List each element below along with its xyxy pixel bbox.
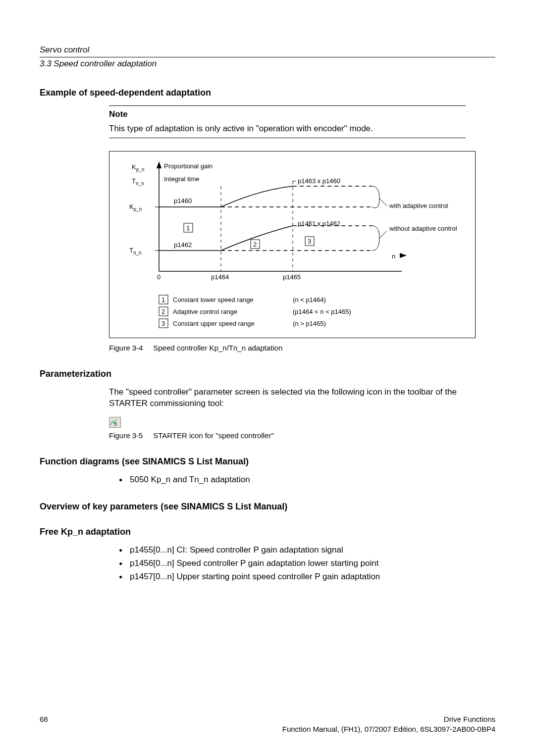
fig35-label: Figure 3-5 — [109, 431, 143, 440]
header-rule — [40, 57, 495, 57]
free-bullet-1: p1455[0...n] CI: Speed controller P gain… — [119, 545, 495, 556]
free-bullets: p1455[0...n] CI: Speed controller P gain… — [119, 545, 495, 583]
svg-text:n: n — [114, 422, 117, 427]
lbl-p1460: p1460 — [174, 197, 192, 204]
box-3-num: 3 — [308, 238, 311, 245]
lbl-without-adaptive: without adaptive control — [389, 225, 457, 232]
heading-example: Example of speed-dependent adaptation — [40, 87, 495, 99]
y-kpn-top: Kp_n — [132, 163, 144, 172]
lbl-p1461x1462: p1461 x p1462 — [298, 220, 340, 227]
header-title: Servo control — [40, 45, 495, 56]
x-zero: 0 — [157, 273, 160, 281]
y-kpn-tick: Kp_n — [129, 203, 142, 212]
x-p1465: p1465 — [283, 273, 301, 281]
note-rule-top — [109, 105, 466, 106]
y-axis-arrow — [157, 161, 161, 168]
note-rule-bottom — [109, 138, 466, 138]
legend2-label: Adaptive control range — [173, 308, 237, 315]
param-body: The "speed controller" parameter screen … — [109, 387, 466, 409]
figure-3-5-caption: Figure 3-5 STARTER icon for "speed contr… — [109, 431, 466, 441]
note-body: This type of adaptation is only active i… — [109, 123, 466, 135]
legend1-cond: (n < p1464) — [293, 296, 326, 303]
footer-right-1: Drive Functions — [282, 714, 495, 724]
lbl-p1463x1460: p1463 x p1460 — [298, 177, 340, 185]
x-p1464: p1464 — [211, 273, 229, 281]
legend1-label: Constant lower speed range — [173, 296, 254, 303]
axis-n-label: n — [392, 252, 395, 260]
func-bullet-1: 5050 Kp_n and Tn_n adaptation — [119, 474, 495, 486]
fig34-label: Figure 3-4 — [109, 344, 143, 352]
svg-line-16 — [379, 199, 387, 206]
legend3-label: Constant upper speed range — [173, 320, 255, 327]
page-number: 68 — [40, 714, 48, 724]
legend2-cond: (p1464 < n < p1465) — [293, 308, 351, 315]
fig34-text: Speed controller Kp_n/Tn_n adaptation — [153, 344, 282, 352]
heading-function-diagrams: Function diagrams (see SINAMICS S List M… — [40, 455, 495, 467]
footer: 68 Drive Functions Function Manual, (FH1… — [40, 714, 495, 735]
svg-text:3: 3 — [161, 320, 165, 327]
footer-right-2: Function Manual, (FH1), 07/2007 Edition,… — [282, 724, 495, 734]
box-2-num: 2 — [253, 241, 257, 248]
y-tnn-tick: Tn_n — [129, 247, 142, 255]
free-bullet-2: p1456[0...n] Speed controller P gain ada… — [119, 558, 495, 569]
y-kpn-desc: Proportional gain — [164, 162, 213, 170]
svg-line-17 — [379, 231, 387, 238]
y-tnn-desc: Integral time — [164, 175, 200, 183]
lbl-with-adaptive: with adaptive control — [389, 202, 448, 209]
heading-overview: Overview of key parameters (see SINAMICS… — [40, 501, 495, 512]
free-bullet-3: p1457[0...n] Upper starting point speed … — [119, 571, 495, 583]
note-block: Note This type of adaptation is only act… — [109, 105, 466, 138]
heading-parameterization: Parameterization — [40, 368, 495, 380]
legend3-cond: (n > p1465) — [293, 320, 326, 327]
note-title: Note — [109, 109, 466, 120]
header-section: 3.3 Speed controller adaptation — [40, 58, 495, 70]
starter-icon: n — [109, 417, 121, 428]
figure-3-4-caption: Figure 3-4 Speed controller Kp_n/Tn_n ad… — [109, 343, 476, 353]
svg-text:2: 2 — [161, 308, 165, 315]
func-bullets: 5050 Kp_n and Tn_n adaptation — [119, 474, 495, 486]
y-tnn-top: Tn_n — [132, 177, 144, 186]
figure-3-4: n Kp_n Proportional gain Tn_n Integral t… — [109, 151, 476, 338]
x-axis-arrow — [400, 253, 407, 258]
heading-free-kpn: Free Kp_n adaptation — [40, 526, 495, 538]
box-1-num: 1 — [186, 224, 190, 232]
fig35-text: STARTER icon for "speed controller" — [153, 431, 274, 440]
svg-text:1: 1 — [161, 296, 165, 303]
lbl-p1462: p1462 — [174, 241, 192, 249]
